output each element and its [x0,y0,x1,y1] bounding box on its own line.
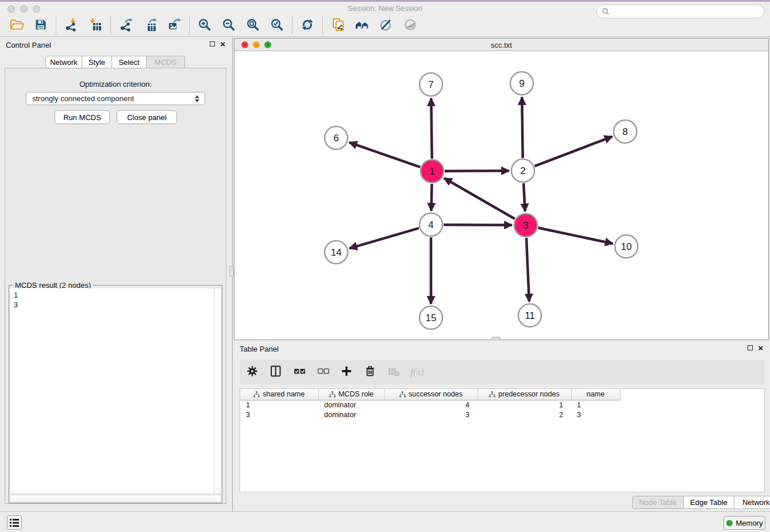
tab-network[interactable]: Network [45,56,82,68]
close-panel-icon[interactable]: × [220,41,225,47]
memory-status-icon [726,520,733,526]
tab-mcds[interactable]: MCDS [147,56,185,68]
tab-style[interactable]: Style [82,56,112,68]
graph-node-label-7: 7 [428,79,433,90]
column-header-shared-name[interactable]: shared name [240,389,318,400]
zoom-fit-button[interactable] [241,16,265,35]
run-mcds-button[interactable]: Run MCDS [55,110,110,124]
first-neighbors-home-button[interactable] [350,16,374,35]
export-table-button[interactable] [138,16,162,35]
graph-edge-3-10[interactable] [538,228,613,244]
task-history-button[interactable] [7,515,22,530]
table-cell[interactable]: 1 [478,400,571,410]
mcds-result-text[interactable]: 1 3 [10,288,221,493]
table-cell[interactable]: 1 [571,400,620,410]
table-cell-filler [620,410,764,419]
function-builder-icon: f(x) [410,367,424,378]
memory-label: Memory [736,519,763,527]
zoom-in-button[interactable] [192,16,217,35]
graph-edge-2-8[interactable] [535,137,613,167]
criterion-dropdown[interactable]: strongly connected component [26,92,205,105]
table-settings-gear-button[interactable] [245,365,259,379]
search-input[interactable] [610,7,764,16]
save-session-button[interactable] [29,16,53,35]
tab-select[interactable]: Select [112,56,147,68]
tree-hierarchy-icon [399,391,406,398]
mcds-panel: Optimization criterion: strongly connect… [5,68,226,504]
column-header-MCDS-role[interactable]: MCDS role [318,389,384,400]
network-canvas[interactable]: 1234678910111415 [234,51,768,340]
table-row[interactable]: 3dominator323 [240,410,764,419]
column-browser-icon [270,365,282,379]
export-image-button[interactable] [162,16,186,35]
graph-edge-2-9[interactable] [522,97,522,158]
zoom-out-button[interactable] [217,16,241,35]
graph-edge-3-11[interactable] [526,238,529,302]
table-cell-filler [620,400,764,410]
tab-edge-table[interactable]: Edge Table [684,496,734,509]
delete-column-button[interactable] [363,365,377,379]
graph-edge-1-4[interactable] [432,184,432,211]
vertical-splitter-handle[interactable] [229,265,234,277]
table-cell[interactable]: dominator [318,400,384,410]
apply-style-button[interactable] [374,16,398,35]
import-network-button[interactable] [59,16,83,35]
toolbar-separator [322,17,323,34]
import-table-button[interactable] [83,16,107,35]
table-cell[interactable]: 4 [384,400,478,410]
float-table-panel-icon[interactable] [748,345,753,350]
graph-edge-2-3[interactable] [523,183,525,211]
memory-button[interactable]: Memory [723,516,765,530]
float-panel-icon[interactable] [210,41,215,47]
table-cell[interactable]: 3 [240,410,318,419]
import-network-icon [64,18,79,33]
add-column-button[interactable] [340,365,353,379]
toolbar-separator [292,17,292,34]
graph-node-label-14: 14 [331,247,342,258]
zoom-selected-button[interactable] [265,16,289,35]
graph-edge-1-2[interactable] [445,171,509,171]
show-hide-eye-button[interactable] [398,16,422,35]
close-table-panel-icon[interactable]: × [758,345,763,351]
result-vscrollbar[interactable] [214,288,221,493]
refresh-layout-button[interactable] [295,16,319,35]
export-network-button[interactable] [114,16,138,35]
deselect-all-columns-button[interactable] [316,365,330,379]
table-row[interactable]: 1dominator411 [240,400,764,410]
optimization-criterion-label: Optimization criterion: [5,80,226,88]
control-panel-tabs: NetworkStyleSelectMCDS [45,56,185,68]
column-browser-button[interactable] [269,365,283,379]
mcds-result-group: MCDS result (2 nodes) 1 3 [9,285,222,503]
open-session-button[interactable] [5,16,29,35]
save-session-icon [34,18,48,33]
table-cell[interactable]: 3 [384,410,478,419]
graph-edge-4-3[interactable] [444,225,512,225]
graph-edge-1-6[interactable] [349,142,421,167]
table-cell[interactable]: 2 [478,410,571,419]
table-cell[interactable]: 3 [571,410,620,419]
graph-edge-4-14[interactable] [349,228,419,248]
graph-node-label-1: 1 [429,166,434,177]
graph-node-label-8: 8 [622,126,627,137]
select-all-columns-button[interactable] [292,365,306,379]
control-panel-header: Control Panel × [0,37,232,53]
table-cell[interactable]: 1 [240,400,318,410]
graph-edge-1-7[interactable] [431,98,432,159]
select-all-columns-icon [294,366,306,378]
graph-edge-3-1[interactable] [444,178,515,219]
search-field[interactable] [596,5,764,18]
add-column-icon [341,365,352,379]
duplicate-network-button[interactable] [326,16,350,35]
node-table: shared nameMCDS rolesuccessor nodesprede… [240,388,765,492]
table-cell[interactable]: dominator [318,410,384,419]
tab-node-table[interactable]: Node Table [632,496,684,509]
network-window-titlebar[interactable]: × − + scc.txt [234,38,768,51]
column-header-name[interactable]: name [571,389,620,400]
column-header-successor-nodes[interactable]: successor nodes [384,389,478,400]
first-neighbors-home-icon [355,18,369,33]
result-hscrollbar[interactable] [10,495,221,501]
column-header-predecessor-nodes[interactable]: predecessor nodes [478,389,571,400]
tab-network-table[interactable]: Network Table [734,496,770,509]
close-panel-button[interactable]: Close panel [117,110,177,124]
table-panel-header: Table Panel × [234,341,770,357]
